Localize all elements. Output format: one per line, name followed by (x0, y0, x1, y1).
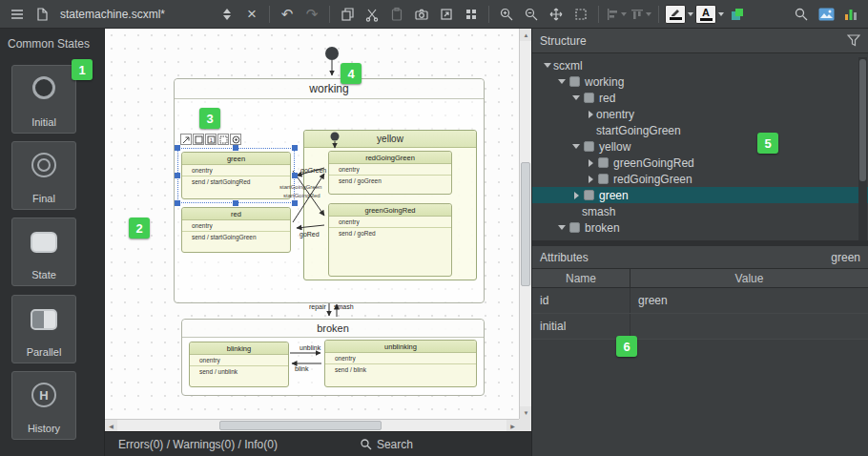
attribute-value[interactable]: green (630, 288, 868, 313)
expand-arrow-icon[interactable] (585, 176, 596, 183)
tree-scrollbar[interactable] (858, 57, 867, 240)
status-search[interactable]: Search (360, 438, 413, 451)
transition-startGoingGreen[interactable]: startGoingGreen (279, 183, 321, 191)
selection-handle[interactable] (292, 145, 298, 151)
text-color-button[interactable]: A (695, 3, 724, 26)
palette-item-parallel[interactable]: Parallel (11, 295, 76, 363)
undo-icon[interactable]: ↶ (276, 3, 299, 26)
tree-item-broken[interactable]: broken (532, 219, 868, 236)
transition-unblink[interactable]: unblink (300, 344, 320, 352)
statistics-icon[interactable] (839, 3, 862, 26)
transition-blink[interactable]: blink (295, 365, 308, 373)
panel-toggle-icon[interactable] (6, 3, 29, 26)
state-blinking[interactable]: blinking onentry send / unblink (189, 342, 289, 387)
cut-icon[interactable] (361, 3, 383, 26)
tree-item-green[interactable]: green (532, 187, 868, 203)
selection-handle[interactable] (292, 200, 298, 206)
transition-goGreen[interactable]: goGreen (300, 167, 326, 175)
expand-arrow-icon[interactable] (570, 144, 582, 149)
selection-handle[interactable] (175, 145, 180, 151)
color-theme-icon[interactable] (726, 3, 749, 26)
scroll-right-icon[interactable]: ▶ (506, 420, 519, 431)
transition-startGoingRed[interactable]: startGoingRed (283, 192, 320, 199)
add-final-tool-icon[interactable] (217, 134, 229, 145)
resize-tool-icon[interactable] (180, 134, 192, 145)
selection-handle[interactable] (175, 173, 180, 178)
tree-item-onentry[interactable]: onentry (532, 106, 868, 122)
close-document-icon[interactable]: × (240, 3, 263, 26)
issues-counter[interactable]: Errors(0) / Warnings(0) / Info(0) (118, 438, 278, 451)
palette-item-initial[interactable]: Initial (11, 65, 76, 134)
zoom-in-icon[interactable] (495, 3, 518, 26)
fill-color-icon (665, 5, 686, 24)
expand-arrow-icon[interactable] (585, 159, 596, 167)
pan-tool-icon[interactable] (569, 3, 592, 26)
tree-item-redGoingGreen[interactable]: redGoingGreen (532, 171, 868, 187)
column-value[interactable]: Value (630, 269, 868, 287)
palette-item-state[interactable]: State (11, 218, 76, 286)
scroll-up-icon[interactable]: ▲ (520, 29, 531, 41)
tree-item-greenGoingRed[interactable]: greenGoingRed (532, 155, 868, 171)
search-magnifier-icon[interactable] (790, 3, 813, 26)
horizontal-scrollbar[interactable]: ◀ ▶ (105, 419, 519, 431)
attribute-value[interactable] (630, 314, 868, 339)
expand-arrow-icon[interactable] (542, 63, 553, 68)
screenshot-icon[interactable] (410, 3, 433, 26)
state-unblinking[interactable]: unblinking onentry send / blink (324, 340, 477, 387)
scroll-down-icon[interactable]: ▼ (520, 406, 531, 419)
document-title[interactable]: statemachine.scxml* (55, 8, 214, 21)
tree-scroll-thumb[interactable] (859, 59, 866, 181)
expand-arrow-icon[interactable] (570, 95, 582, 100)
palette-item-final[interactable]: Final (11, 141, 76, 210)
vertical-scroll-thumb[interactable] (521, 162, 530, 286)
horizontal-scroll-thumb[interactable] (219, 421, 382, 430)
fit-to-view-icon[interactable] (545, 3, 568, 26)
selection-handle[interactable] (175, 200, 180, 206)
state-yellow-title: yellow (304, 131, 476, 148)
transition-goRed[interactable]: goRed (300, 231, 320, 238)
state-green[interactable]: green onentry send / startGoingRed (181, 152, 291, 199)
state-red[interactable]: red onentry send / startGoingGreen (181, 207, 291, 253)
navigator-grid-icon[interactable] (460, 3, 483, 26)
chevron-down-icon (621, 12, 627, 16)
filter-icon[interactable] (847, 34, 860, 47)
redo-icon[interactable]: ↷ (300, 3, 323, 26)
selection-handle[interactable] (233, 200, 238, 206)
main-toolbar: statemachine.scxml* × ↶ ↷ (0, 0, 868, 29)
scroll-left-icon[interactable]: ◀ (105, 420, 117, 431)
fill-color-button[interactable] (665, 3, 693, 26)
selection-handle[interactable] (233, 145, 238, 151)
expand-arrow-icon[interactable] (570, 192, 582, 199)
chevron-down-icon (718, 12, 724, 16)
right-panel: Structure scxml working red onentry star… (531, 29, 868, 456)
tree-item-scxml[interactable]: scxml (532, 57, 868, 73)
add-initial-tool-icon[interactable]: 1 (205, 134, 217, 145)
transition-repair[interactable]: repair (309, 303, 326, 311)
expand-arrow-icon[interactable] (556, 79, 568, 84)
transition-smash[interactable]: smash (334, 303, 354, 311)
diagram-canvas[interactable]: working yellow green onentry send / star… (105, 29, 531, 431)
tree-item-working[interactable]: working (532, 73, 868, 90)
palette-item-history[interactable]: H History (11, 371, 76, 440)
document-switcher-icon[interactable] (216, 3, 238, 26)
export-icon[interactable] (435, 3, 458, 26)
zoom-out-icon[interactable] (520, 3, 543, 26)
paste-icon[interactable] (385, 3, 408, 26)
image-preview-icon[interactable] (815, 3, 837, 26)
expand-arrow-icon[interactable] (556, 225, 568, 230)
column-name[interactable]: Name (532, 269, 630, 287)
align-horizontal-icon[interactable] (605, 3, 628, 26)
add-state-tool-icon[interactable] (193, 134, 204, 145)
align-vertical-icon[interactable] (630, 3, 652, 26)
tree-item-startGoingGreen[interactable]: startGoingGreen (532, 122, 868, 138)
selection-handle[interactable] (292, 173, 298, 178)
expand-arrow-icon[interactable] (585, 111, 596, 118)
vertical-scrollbar[interactable]: ▲ ▼ (519, 29, 531, 419)
copy-icon[interactable] (336, 3, 359, 26)
state-redGoingGreen[interactable]: redGoingGreen onentry send / goGreen (328, 151, 452, 195)
tree-item-smash[interactable]: smash (532, 203, 868, 219)
add-history-tool-icon[interactable] (230, 134, 241, 145)
tree-item-red[interactable]: red (532, 90, 868, 106)
state-greenGoingRed[interactable]: greenGoingRed onentry send / goRed (328, 203, 452, 277)
tree-item-yellow[interactable]: yellow (532, 138, 868, 155)
